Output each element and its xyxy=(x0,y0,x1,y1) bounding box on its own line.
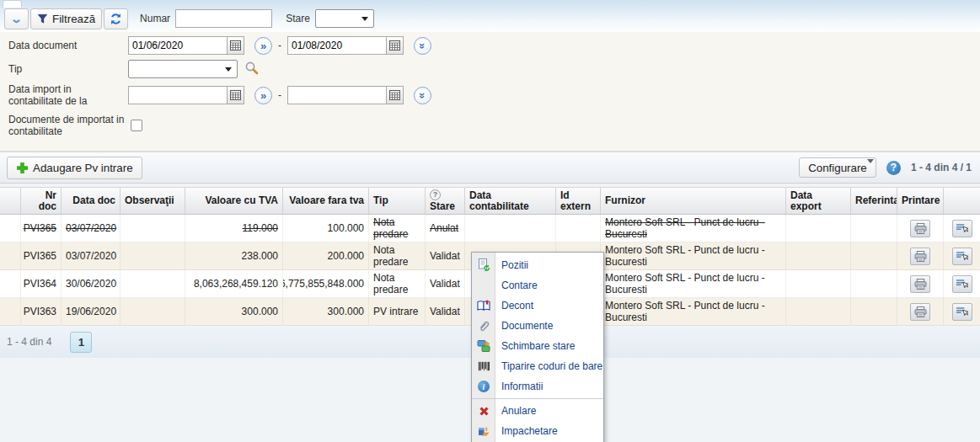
col-header-nr-doc[interactable]: Nr doc xyxy=(21,188,62,214)
furnizor-cell: Montero Soft SRL - Punct de lucru - Bucu… xyxy=(601,242,786,270)
range-dash: - xyxy=(278,40,281,51)
menu-item-label: Schimbare stare xyxy=(495,340,575,352)
col-header-tip[interactable]: Tip xyxy=(369,188,426,214)
data-export-cell xyxy=(786,215,851,242)
col-header-observatii[interactable]: Observaţii xyxy=(120,188,185,214)
filter-toolbar: ⌄ Filtrează Numar Stare xyxy=(4,7,980,30)
actions-cell xyxy=(944,242,980,270)
furnizor-cell: Montero Soft SRL - Punct de lucru - Bucu… xyxy=(601,215,786,242)
printare-cell xyxy=(897,270,944,298)
help-icon[interactable]: ? xyxy=(886,161,901,175)
row-expander-cell xyxy=(0,215,21,242)
printare-cell xyxy=(897,298,944,326)
expand-range-button[interactable]: » xyxy=(414,87,431,104)
data-import-label: Data import in contabilitate de la xyxy=(8,83,128,107)
menu-item-label: Anulare xyxy=(495,405,536,417)
add-pv-intrare-button[interactable]: Adaugare Pv intrare xyxy=(7,157,142,179)
row-actions-button[interactable] xyxy=(952,220,972,237)
col-header-data-export[interactable]: Data export xyxy=(786,188,851,214)
numar-input[interactable] xyxy=(175,9,272,28)
menu-item-impachetare[interactable]: Impachetare xyxy=(472,421,603,441)
search-icon[interactable] xyxy=(244,61,259,77)
row-actions-button[interactable] xyxy=(952,248,972,265)
menu-item-label: Informatii xyxy=(495,381,543,392)
menu-item-label: Pozitii xyxy=(495,259,528,271)
calendar-icon[interactable] xyxy=(386,86,404,104)
nr-doc-cell: PVI365 xyxy=(21,242,62,270)
numar-label: Numar xyxy=(140,13,170,24)
pagination-range-text: 1 - 4 din 4 xyxy=(7,336,51,348)
data-import-from-input[interactable] xyxy=(128,86,227,104)
col-header-data-contabilitate[interactable]: Data contabilitate xyxy=(465,188,556,214)
add-plus-icon xyxy=(16,162,29,174)
col-header-valoare-fara-tva[interactable]: Valoare fara tva xyxy=(283,188,369,214)
filter-button[interactable]: Filtrează xyxy=(30,8,102,29)
valoare-cu-tva-cell: 300.000 xyxy=(185,298,283,326)
nr-doc-cell: PVI364 xyxy=(21,270,62,298)
calendar-icon[interactable] xyxy=(386,36,404,55)
collapse-filters-button[interactable]: ⌄ xyxy=(4,8,29,29)
double-chevron-right-icon: » xyxy=(260,90,266,101)
col-header-referinta[interactable]: Referinta xyxy=(851,188,897,214)
expand-range-button[interactable]: » xyxy=(414,37,431,55)
stare-cell: Validat xyxy=(426,298,465,326)
stare-select[interactable] xyxy=(315,9,374,28)
documente-importat-checkbox[interactable] xyxy=(131,120,142,131)
printare-cell xyxy=(897,215,944,242)
nr-doc-cell: PVI363 xyxy=(21,298,62,326)
col-header-furnizor[interactable]: Furnizor xyxy=(601,188,786,214)
select-chevron-icon xyxy=(225,67,232,72)
print-button[interactable] xyxy=(910,220,930,237)
skip-forward-button[interactable]: » xyxy=(254,37,272,55)
data-import-from-field xyxy=(128,86,244,104)
data-import-to-input[interactable] xyxy=(287,86,386,104)
row-actions-button[interactable] xyxy=(952,303,972,321)
cancel-icon xyxy=(472,406,495,417)
calendar-icon[interactable] xyxy=(227,36,244,55)
data-document-to-input[interactable] xyxy=(287,36,386,55)
calendar-icon[interactable] xyxy=(227,86,244,104)
data-export-cell xyxy=(786,242,851,270)
double-chevron-down-icon: » xyxy=(417,92,428,98)
observatii-cell xyxy=(120,270,185,298)
print-button[interactable] xyxy=(910,248,930,265)
col-header-printare[interactable]: Printare xyxy=(897,188,944,214)
tip-cell: Nota predare xyxy=(369,242,426,270)
menu-item-decont[interactable]: Decont xyxy=(472,296,603,316)
menu-item-anulare[interactable]: Anulare xyxy=(472,401,603,421)
page-1-button[interactable]: 1 xyxy=(70,332,92,353)
row-actions-button[interactable] xyxy=(952,275,972,293)
menu-item-informatii[interactable]: i Informatii xyxy=(472,376,603,397)
tip-select[interactable] xyxy=(128,60,238,78)
actions-cell xyxy=(944,298,980,326)
menu-item-documente[interactable]: Documente xyxy=(472,316,603,336)
col-header-data-doc[interactable]: Data doc xyxy=(62,188,120,214)
row-expander-cell xyxy=(0,270,21,298)
col-header-stare[interactable]: ? Stare xyxy=(426,188,465,214)
col-header-expander[interactable] xyxy=(0,188,21,214)
menu-item-pozitii[interactable]: Pozitii xyxy=(472,255,603,275)
valoare-cu-tva-cell: 8,063,268,459.120 xyxy=(185,270,283,298)
configure-button[interactable]: Configurare xyxy=(799,157,876,178)
col-header-id-extern[interactable]: Id extern xyxy=(556,188,601,214)
col-header-valoare-cu-tva[interactable]: Valoare cu TVA xyxy=(185,188,283,214)
data-document-from-input[interactable] xyxy=(128,36,227,55)
menu-item-contare[interactable]: Contare xyxy=(472,275,603,296)
skip-forward-button[interactable]: » xyxy=(254,87,272,104)
actions-cell xyxy=(944,270,980,298)
row-actions-icon xyxy=(956,306,968,317)
refresh-button[interactable] xyxy=(104,8,128,29)
filter-button-label: Filtrează xyxy=(52,13,95,25)
table-row[interactable]: PVI365 03/07/2020 119.000 100.000 Nota p… xyxy=(0,215,980,242)
menu-item-tiparire-coduri[interactable]: Tiparire coduri de bare xyxy=(472,356,603,376)
printer-icon xyxy=(914,251,927,262)
menu-item-label: Documente xyxy=(495,320,553,332)
menu-item-label: Contare xyxy=(495,280,538,291)
stare-cell: Anulat xyxy=(426,215,465,242)
data-export-cell xyxy=(786,298,851,326)
print-button[interactable] xyxy=(910,303,930,321)
valoare-fara-tva-cell: 6,775,855,848.000 xyxy=(283,270,369,298)
print-button[interactable] xyxy=(910,275,930,293)
add-pv-intrare-label: Adaugare Pv intrare xyxy=(33,162,133,174)
menu-item-schimbare-stare[interactable]: Schimbare stare xyxy=(472,336,603,356)
